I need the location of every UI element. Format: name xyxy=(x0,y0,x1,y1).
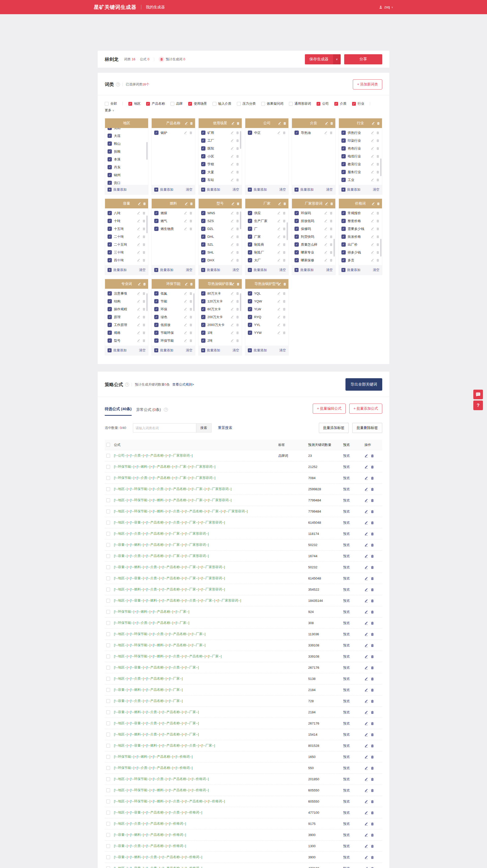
delete-icon[interactable] xyxy=(142,331,146,334)
delete-icon[interactable] xyxy=(236,282,240,286)
delete-icon[interactable] xyxy=(236,219,239,223)
word-item-checkbox[interactable]: ✓ xyxy=(154,299,159,304)
edit-icon[interactable] xyxy=(137,227,140,230)
preview-link[interactable]: 预览 xyxy=(343,766,365,770)
word-item-checkbox[interactable]: ✓ xyxy=(201,323,205,327)
edit-icon[interactable] xyxy=(365,632,368,636)
word-item-checkbox[interactable]: ✓ xyxy=(248,323,252,327)
delete-icon[interactable] xyxy=(142,292,146,295)
tab-pending-formulas[interactable]: 待选公式 (40条) xyxy=(105,407,132,416)
batch-add-tag-button[interactable]: 批量添加标签 xyxy=(319,423,349,433)
batch-add-button[interactable]: +批量添加 xyxy=(108,187,126,192)
batch-add-button[interactable]: +批量添加 xyxy=(201,187,220,192)
delete-icon[interactable] xyxy=(371,655,374,658)
delete-icon[interactable] xyxy=(371,744,374,748)
word-item-checkbox[interactable]: ✓ xyxy=(341,146,346,151)
edit-icon[interactable] xyxy=(371,251,374,254)
delete-icon[interactable] xyxy=(371,532,374,536)
delete-icon[interactable] xyxy=(371,777,374,781)
edit-icon[interactable] xyxy=(278,122,281,125)
preview-link[interactable]: 预览 xyxy=(343,643,365,648)
batch-add-button[interactable]: +批量添加 xyxy=(154,268,173,272)
edit-icon[interactable] xyxy=(231,258,234,262)
word-item-checkbox[interactable]: ✓ xyxy=(108,157,112,161)
word-item-checkbox[interactable]: ✓ xyxy=(248,211,252,215)
delete-icon[interactable] xyxy=(142,211,146,215)
edit-icon[interactable] xyxy=(365,644,368,647)
word-item-checkbox[interactable]: ✓ xyxy=(201,315,205,319)
filter-chip[interactable]: 品牌 xyxy=(170,101,183,106)
edit-icon[interactable] xyxy=(277,251,281,254)
batch-add-button[interactable]: +批量添加 xyxy=(294,268,314,272)
card-word-list[interactable]: ✓锅炉 xyxy=(152,128,195,185)
edit-icon[interactable] xyxy=(184,308,187,311)
preview-link[interactable]: 预览 xyxy=(343,699,365,704)
delete-icon[interactable] xyxy=(236,315,239,319)
batch-add-button[interactable]: +批量添加 xyxy=(341,187,361,192)
scrollbar[interactable] xyxy=(240,211,241,229)
preview-link[interactable]: 预览 xyxy=(343,554,365,558)
edit-icon[interactable] xyxy=(365,844,368,848)
delete-icon[interactable] xyxy=(236,339,239,342)
row-checkbox[interactable] xyxy=(106,800,110,803)
delete-icon[interactable] xyxy=(371,621,374,625)
edit-icon[interactable] xyxy=(231,300,234,303)
edit-icon[interactable] xyxy=(277,243,281,246)
word-item-checkbox[interactable]: ✓ xyxy=(108,315,112,319)
delete-icon[interactable] xyxy=(371,677,374,681)
edit-icon[interactable] xyxy=(277,300,281,303)
delete-icon[interactable] xyxy=(371,577,374,580)
preview-link[interactable]: 预览 xyxy=(343,677,365,681)
delete-icon[interactable] xyxy=(236,235,239,238)
reset-search-link[interactable]: 重置搜索 xyxy=(218,426,232,430)
row-checkbox[interactable] xyxy=(106,777,110,781)
preview-link[interactable]: 预览 xyxy=(343,587,365,592)
preview-link[interactable]: 预览 xyxy=(343,576,365,581)
delete-icon[interactable] xyxy=(371,599,374,602)
preview-link[interactable]: 预览 xyxy=(343,665,365,670)
filter-chip[interactable]: ✓行业 xyxy=(352,101,364,106)
edit-icon[interactable] xyxy=(365,532,368,536)
preview-link[interactable]: 预览 xyxy=(343,733,365,737)
edit-icon[interactable] xyxy=(231,282,235,286)
row-checkbox[interactable] xyxy=(106,811,110,814)
row-checkbox[interactable] xyxy=(106,632,110,636)
word-item-checkbox[interactable]: ✓ xyxy=(108,165,112,169)
batch-add-button[interactable]: +批量添加 xyxy=(108,348,126,352)
delete-icon[interactable] xyxy=(236,251,239,254)
delete-icon[interactable] xyxy=(371,610,374,614)
delete-icon[interactable] xyxy=(371,632,374,636)
edit-icon[interactable] xyxy=(184,331,187,334)
delete-icon[interactable] xyxy=(371,733,374,737)
delete-icon[interactable] xyxy=(142,300,146,303)
delete-icon[interactable] xyxy=(371,722,374,725)
delete-icon[interactable] xyxy=(377,202,380,205)
edit-icon[interactable] xyxy=(365,476,368,480)
delete-icon[interactable] xyxy=(371,499,374,502)
word-item-checkbox[interactable]: ✓ xyxy=(154,130,159,135)
filter-checkbox[interactable]: ✓ xyxy=(146,102,150,106)
scrollbar[interactable] xyxy=(380,158,381,176)
word-item-checkbox[interactable]: ✓ xyxy=(248,307,252,311)
export-keywords-button[interactable]: 导出全部关键词 xyxy=(345,378,382,391)
delete-icon[interactable] xyxy=(330,243,333,246)
row-checkbox[interactable] xyxy=(106,866,110,868)
batch-remove-tag-button[interactable]: 批量删除标签 xyxy=(352,423,382,433)
filter-chip[interactable]: ✓公司 xyxy=(317,101,329,106)
row-checkbox[interactable] xyxy=(106,554,110,558)
row-checkbox[interactable] xyxy=(106,788,110,792)
clear-button[interactable]: 清空 xyxy=(233,187,239,192)
delete-icon[interactable] xyxy=(376,178,379,182)
edit-icon[interactable] xyxy=(184,292,187,295)
card-word-list[interactable]: ✓WNS✓SZS✓DZL✓DHL✓SZL✓SHL✓DHX xyxy=(199,208,242,265)
preview-link[interactable]: 预览 xyxy=(343,721,365,726)
batch-add-button[interactable]: +批量添加 xyxy=(201,348,220,352)
edit-icon[interactable] xyxy=(277,258,281,262)
edit-icon[interactable] xyxy=(324,243,327,246)
scrollbar[interactable] xyxy=(146,293,148,311)
word-item-checkbox[interactable]: ✓ xyxy=(248,315,252,319)
edit-icon[interactable] xyxy=(372,122,375,125)
edit-icon[interactable] xyxy=(137,243,140,246)
card-word-list[interactable]: ✓八吨✓十吨✓十五吨✓二十吨✓二十五吨✓三十吨✓四十吨 xyxy=(105,208,148,265)
word-item-checkbox[interactable]: ✓ xyxy=(294,235,299,239)
